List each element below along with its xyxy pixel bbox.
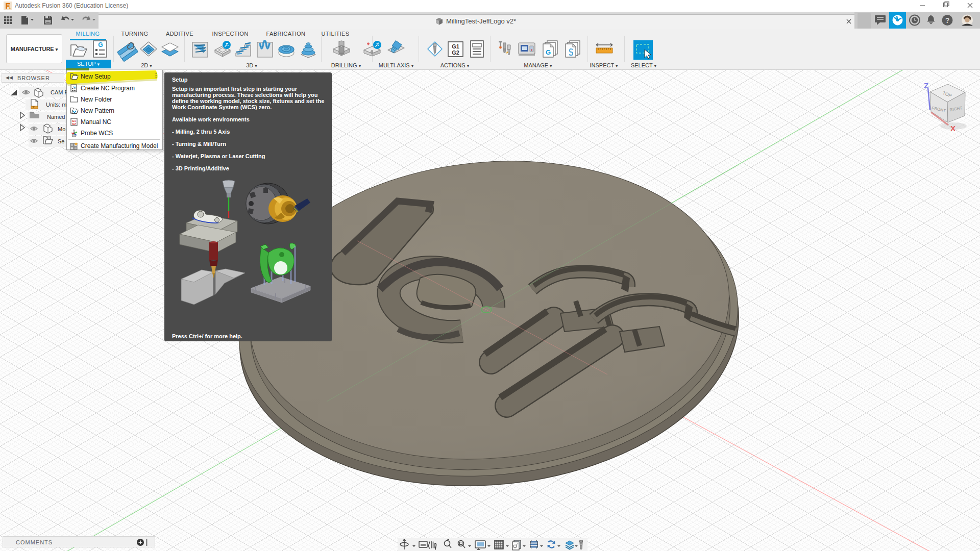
svg-text:?: ?	[945, 16, 950, 24]
svg-text:Named: Named	[47, 114, 65, 120]
svg-text:X: X	[950, 124, 955, 133]
svg-text:Mo: Mo	[58, 126, 65, 132]
svg-text:Se: Se	[58, 138, 64, 144]
svg-text:G: G	[98, 41, 103, 48]
svg-text:G: G	[546, 48, 551, 56]
svg-text:Units: m: Units: m	[46, 102, 66, 108]
svg-text:G: G	[74, 85, 76, 88]
svg-text:G2: G2	[452, 49, 459, 56]
svg-text:G1: G1	[452, 43, 459, 49]
svg-text:G2: G2	[72, 122, 76, 126]
svg-text:Z: Z	[924, 81, 928, 90]
svg-text:CAM R: CAM R	[51, 89, 66, 95]
